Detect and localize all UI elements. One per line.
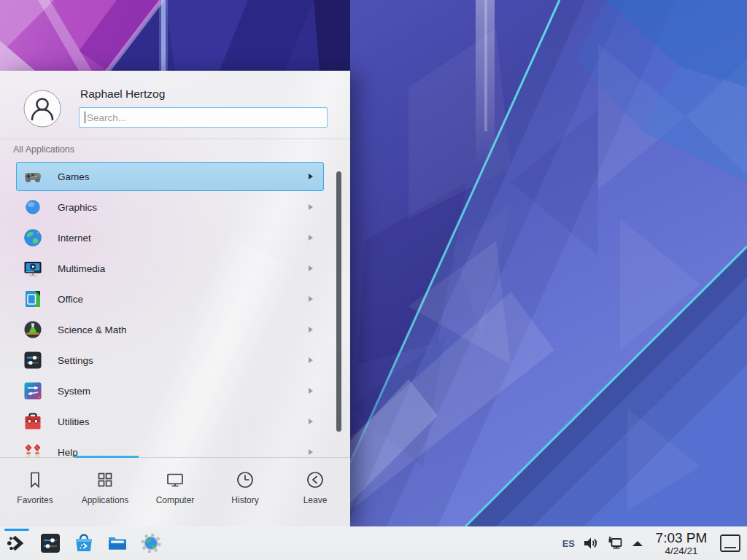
internet-icon: [23, 228, 42, 247]
taskbar-panel: ES 7:03 PM 4/24/21: [0, 526, 747, 560]
grid-icon: [95, 470, 115, 490]
clock-icon: [235, 470, 255, 490]
category-help[interactable]: Help: [16, 438, 324, 457]
header-separator: [0, 139, 350, 139]
category-graphics[interactable]: Graphics: [16, 192, 324, 222]
category-games[interactable]: Games: [16, 162, 324, 191]
leave-circle-icon: [305, 470, 325, 490]
web-browser-button[interactable]: [140, 532, 162, 554]
tab-label: Favorites: [17, 495, 53, 505]
tab-computer[interactable]: Computer: [140, 458, 210, 526]
show-desktop-button[interactable]: [719, 533, 741, 553]
discover-button[interactable]: [73, 532, 95, 554]
system-icon: [23, 381, 42, 400]
system-tray: ES 7:03 PM 4/24/21: [562, 526, 747, 560]
submenu-arrow-icon: [308, 326, 314, 333]
system-settings-button[interactable]: [39, 532, 61, 554]
category-utilities[interactable]: Utilities: [16, 407, 324, 436]
help-icon: [23, 443, 42, 457]
utilities-icon: [23, 412, 42, 431]
category-label: Settings: [58, 355, 93, 366]
graphics-icon: [23, 198, 42, 217]
tab-leave[interactable]: Leave: [280, 458, 350, 526]
submenu-arrow-icon: [308, 387, 314, 394]
tab-label: History: [231, 495, 258, 505]
clock-time: 7:03 PM: [651, 531, 712, 545]
active-tab-indicator: [74, 456, 139, 458]
monitor-icon: [165, 470, 185, 490]
category-system[interactable]: System: [16, 376, 324, 405]
submenu-arrow-icon: [308, 265, 314, 272]
digital-clock[interactable]: 7:03 PM 4/24/21: [651, 531, 712, 556]
application-launcher-button[interactable]: [6, 532, 28, 554]
science-icon: [23, 320, 42, 339]
tab-label: Applications: [82, 495, 129, 505]
category-label: Games: [58, 171, 90, 182]
user-name: Raphael Hertzog: [80, 88, 165, 101]
search-input[interactable]: [79, 107, 328, 128]
submenu-arrow-icon: [308, 295, 314, 303]
tab-favorites[interactable]: Favorites: [0, 458, 70, 526]
category-office[interactable]: Office: [16, 284, 324, 314]
tab-applications[interactable]: Applications: [70, 458, 140, 526]
bookmark-icon: [25, 470, 45, 490]
submenu-arrow-icon: [308, 234, 314, 241]
games-icon: [23, 167, 42, 186]
clock-date: 4/24/21: [651, 545, 712, 556]
category-label: System: [58, 386, 90, 397]
category-label: Multimedia: [58, 263, 105, 274]
category-label: Utilities: [58, 416, 90, 427]
volume-icon[interactable]: [582, 534, 600, 552]
category-internet[interactable]: Internet: [16, 223, 324, 252]
file-manager-button[interactable]: [107, 532, 128, 554]
submenu-arrow-icon: [308, 418, 314, 425]
category-science-math[interactable]: Science & Math: [16, 315, 324, 344]
application-launcher-menu: Raphael Hertzog All Applications: [0, 71, 350, 526]
search-box: [79, 107, 328, 128]
category-list: Games Graphics: [0, 162, 350, 457]
submenu-arrow-icon: [308, 203, 314, 211]
multimedia-icon: [23, 259, 42, 278]
keyboard-layout-indicator[interactable]: ES: [562, 538, 575, 549]
launcher-header: Raphael Hertzog: [0, 71, 350, 139]
category-settings[interactable]: Settings: [16, 346, 324, 375]
user-avatar[interactable]: [23, 90, 61, 128]
category-label: Office: [58, 294, 83, 305]
tab-label: Computer: [156, 495, 195, 505]
settings-icon: [23, 351, 42, 370]
tab-history[interactable]: History: [210, 458, 280, 526]
scrollbar[interactable]: [336, 171, 341, 432]
submenu-arrow-icon: [308, 357, 314, 364]
category-label: Science & Math: [58, 324, 127, 335]
submenu-arrow-icon: [308, 173, 314, 180]
office-icon: [23, 289, 42, 308]
category-multimedia[interactable]: Multimedia: [16, 254, 324, 283]
category-label: Graphics: [58, 202, 97, 213]
launcher-tabbar: Favorites Applications Computer: [0, 458, 350, 526]
expand-tray-icon[interactable]: [632, 540, 643, 547]
section-label: All Applications: [13, 144, 74, 155]
desktop: Raphael Hertzog All Applications: [0, 0, 747, 560]
launcher-active-indicator: [4, 529, 29, 531]
submenu-arrow-icon: [308, 448, 314, 456]
text-caret: [85, 112, 85, 123]
category-label: Internet: [58, 233, 91, 244]
tab-label: Leave: [303, 495, 328, 505]
network-icon[interactable]: [607, 534, 624, 552]
